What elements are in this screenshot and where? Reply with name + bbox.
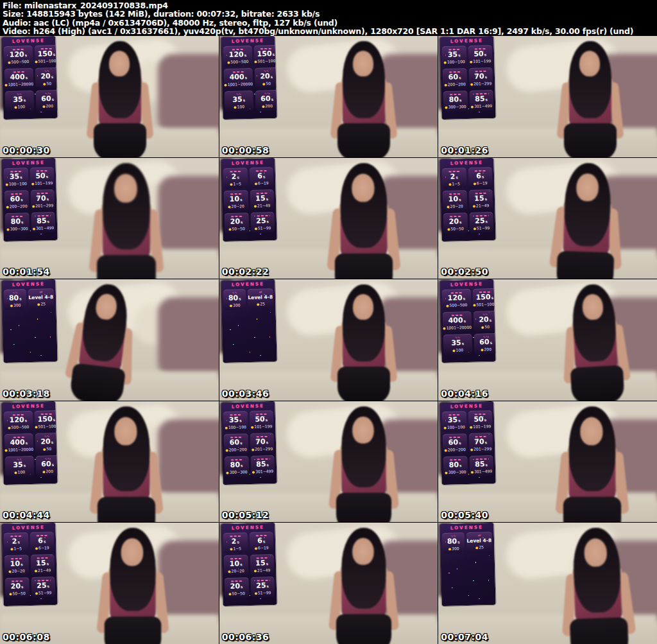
token-icon: ● <box>37 302 40 306</box>
seconds-unit-label: s <box>482 174 484 178</box>
tip-menu-item: ▬ ▬ ▬ 400s ●1001~20000 <box>4 433 34 455</box>
tip-menu-item: ▬ ▬ ▬ 15s ●21~49 <box>250 189 274 211</box>
video-contact-sheet: File: milenastarx_202409170838.mp4 Size:… <box>0 0 657 644</box>
tip-duration-value: 60s <box>4 195 29 204</box>
tip-menu-item: ∿∿ 80s ●300 <box>442 533 465 554</box>
token-amount: ●50~50 <box>225 591 249 596</box>
person-figure <box>542 41 638 157</box>
seconds-unit-label: s <box>24 98 26 102</box>
token-amount: ●20~20 <box>224 568 248 574</box>
token-amount: ●301~499 <box>470 103 494 109</box>
seconds-unit-label: s <box>51 97 54 101</box>
video-thumbnail: LOVENSE ▬ ▬ ▬ 2s ●1~5 ▬ ▬ ▬ 6s ●6~19 ▬ ▬… <box>0 523 219 644</box>
tip-duration-value: 60s <box>223 439 248 448</box>
seconds-unit-label: s <box>237 540 239 544</box>
tip-menu-grid: ▬ ▬ ▬ 2s ●1~5 ▬ ▬ ▬ 6s ●6~19 ▬ ▬ ▬ 10s ●… <box>2 530 58 600</box>
tip-duration-value: 80s <box>4 294 27 303</box>
tip-duration-value: 120s <box>4 51 33 60</box>
token-amount: ●101~199 <box>30 180 55 186</box>
tip-menu-item: ▬ ▬ ▬ 25s ●51~99 <box>469 212 493 233</box>
seconds-unit-label: s <box>485 440 488 444</box>
token-icon: ● <box>9 592 12 596</box>
tip-menu-grid: ▬ ▬ ▬ 35s ●100~100 ▬ ▬ ▬ 50s ●101~199 ▬ … <box>440 44 496 113</box>
tip-duration-value: 150s <box>253 50 277 59</box>
video-thumbnail: LOVENSE ∿∿ 80s ●300 ⇄ Level 4-8 ●25 00:0… <box>219 279 438 401</box>
seconds-unit-label: s <box>490 318 492 322</box>
token-icon: ● <box>230 547 233 551</box>
tip-duration-value: 35s <box>442 51 466 60</box>
token-icon: ● <box>226 471 229 474</box>
tip-menu-item: ▬ ▬ ▬ 80s ●300~300 <box>5 213 30 234</box>
figure-skirt <box>336 614 391 644</box>
token-icon: ● <box>475 546 479 550</box>
seconds-unit-label: s <box>490 340 493 345</box>
lovense-tip-menu-overlay: LOVENSE ▬ ▬ ▬ 35s ●100~100 ▬ ▬ ▬ 50s ●10… <box>221 401 277 485</box>
token-amount: ●101~199 <box>249 424 273 430</box>
lovense-tip-menu-overlay: LOVENSE ∿∿ 80s ●300 ⇄ Level 4-8 ●25 <box>440 523 496 606</box>
tip-menu-item: ▬ ▬ ▬ 400s ●1001~20000 <box>4 68 34 89</box>
token-amount: ●50~50 <box>225 226 249 232</box>
figure-skirt <box>97 255 156 279</box>
token-icon: ● <box>473 204 476 207</box>
tip-menu-grid: ▬ ▬ ▬ 120s ●500~500 ▬ ▬ ▬ 150s ●501~1000… <box>2 409 58 478</box>
token-amount: ●200~200 <box>443 82 467 87</box>
tip-duration-value: 70s <box>469 438 493 447</box>
token-amount: ●500~500 <box>223 59 252 65</box>
figure-face <box>109 51 130 76</box>
video-thumbnail: LOVENSE ▬ ▬ ▬ 120s ●500~500 ▬ ▬ ▬ 150s ●… <box>0 401 219 523</box>
tip-menu-grid: ▬ ▬ ▬ 2s ●1~5 ▬ ▬ ▬ 6s ●6~19 ▬ ▬ ▬ 10s ●… <box>221 530 277 600</box>
seconds-unit-label: s <box>459 440 461 445</box>
seconds-unit-label: s <box>266 584 269 589</box>
token-amount: ●20~20 <box>224 204 248 209</box>
timestamp-label: 00:01:26 <box>441 145 488 155</box>
token-amount: ●200 <box>36 469 58 474</box>
seconds-unit-label: s <box>459 98 462 102</box>
tip-menu-item: ∿∿ 35s ●100 <box>5 91 35 112</box>
figure-face <box>121 539 144 566</box>
tip-menu-item: ▬ ▬ ▬ 80s ●300~300 <box>443 456 468 477</box>
tip-menu-item: ∿∿ 60s ●200 <box>474 333 496 354</box>
tip-menu-item: ▬ ▬ ▬ 25s ●51~99 <box>250 212 275 233</box>
tip-menu-item: ∿∿ 60s ●200 <box>255 90 277 111</box>
seconds-unit-label: s <box>270 74 273 79</box>
video-thumbnail: LOVENSE ▬ ▬ ▬ 2s ●1~5 ▬ ▬ ▬ 6s ●6~19 ▬ ▬… <box>219 523 438 644</box>
seconds-unit-label: s <box>485 74 488 79</box>
video-thumbnail: LOVENSE ▬ ▬ ▬ 35s ●100~100 ▬ ▬ ▬ 50s ●10… <box>438 36 657 157</box>
token-icon: ● <box>470 448 474 451</box>
seconds-unit-label: s <box>21 562 23 567</box>
tip-menu-item: ▬ ▬ ▬ 50s ●101~199 <box>30 167 54 188</box>
seconds-unit-label: s <box>25 53 28 57</box>
seconds-unit-label: s <box>272 52 275 57</box>
tip-duration-value: 85s <box>31 217 55 226</box>
tip-menu-item: ▬ ▬ ▬ 20s ●50~50 <box>224 577 248 598</box>
token-icon: ● <box>5 182 8 186</box>
tip-duration-value: 25s <box>250 217 275 226</box>
lovense-tip-menu-overlay: LOVENSE ∿∿ 80s ●300 ⇄ Level 4-8 ●25 <box>1 279 57 363</box>
tip-duration-value: 2s <box>223 173 248 182</box>
token-amount: ●201~299 <box>469 81 493 87</box>
person-figure <box>544 282 646 401</box>
tip-menu-item: ▬ ▬ ▬ 400s ●1001~20000 <box>223 68 253 89</box>
seconds-unit-label: s <box>265 417 268 422</box>
tip-menu-item: ▬ ▬ ▬ 80s ●300~300 <box>443 91 468 112</box>
file-size-line: Size: 148815943 bytes (142 MiB), duratio… <box>3 10 654 18</box>
tip-menu-item: ▬ ▬ ▬ 35s ●100~100 <box>223 411 247 432</box>
seconds-unit-label: s <box>484 52 487 57</box>
token-amount: ●100~100 <box>443 59 467 65</box>
token-amount: ●200 <box>474 347 496 352</box>
figure-face <box>353 51 373 76</box>
token-amount: ●1~5 <box>443 181 467 187</box>
seconds-unit-label: s <box>47 584 49 589</box>
seconds-unit-label: s <box>241 585 243 589</box>
tip-menu-item: ▬ ▬ ▬ 150s ●501~1000 <box>473 288 496 309</box>
tip-menu-item: ▬ ▬ ▬ 120s ●500~500 <box>223 46 252 67</box>
person-figure <box>311 163 416 279</box>
timestamp-label: 00:02:50 <box>441 266 488 277</box>
timestamp-label: 00:01:54 <box>3 266 50 277</box>
tip-duration-value: 50s <box>249 415 273 424</box>
token-amount: ●21~49 <box>31 568 55 573</box>
token-amount: ●1001~20000 <box>443 325 472 331</box>
tip-menu-item: ∿∿ 35s ●100 <box>224 91 253 112</box>
timestamp-label: 00:03:18 <box>3 388 50 399</box>
token-icon: ● <box>8 570 12 573</box>
